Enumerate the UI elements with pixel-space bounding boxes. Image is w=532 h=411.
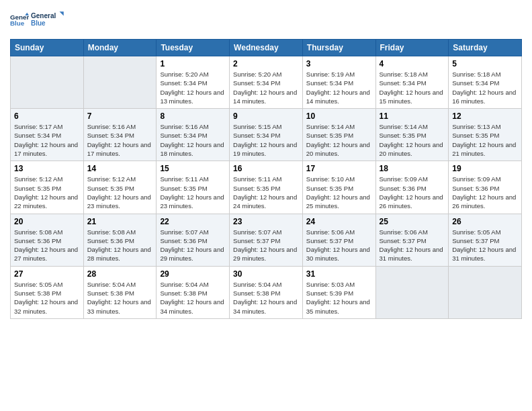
svg-text:Blue: Blue bbox=[31, 19, 46, 27]
day-info: Sunrise: 5:12 AM Sunset: 5:35 PM Dayligh… bbox=[87, 175, 153, 210]
calendar-cell: 26Sunrise: 5:05 AM Sunset: 5:37 PM Dayli… bbox=[449, 214, 522, 266]
day-info: Sunrise: 5:06 AM Sunset: 5:37 PM Dayligh… bbox=[306, 228, 372, 263]
calendar-cell: 16Sunrise: 5:11 AM Sunset: 5:35 PM Dayli… bbox=[230, 161, 303, 214]
day-number: 22 bbox=[160, 217, 226, 226]
calendar-cell: 18Sunrise: 5:09 AM Sunset: 5:36 PM Dayli… bbox=[375, 161, 449, 214]
day-number: 20 bbox=[14, 217, 80, 226]
day-info: Sunrise: 5:17 AM Sunset: 5:34 PM Dayligh… bbox=[14, 122, 80, 158]
calendar-cell: 2Sunrise: 5:20 AM Sunset: 5:34 PM Daylig… bbox=[230, 56, 303, 109]
day-info: Sunrise: 5:20 AM Sunset: 5:34 PM Dayligh… bbox=[233, 70, 299, 105]
day-number: 16 bbox=[233, 164, 299, 173]
day-number: 7 bbox=[87, 111, 153, 121]
day-info: Sunrise: 5:05 AM Sunset: 5:38 PM Dayligh… bbox=[14, 280, 80, 316]
weekday-header-tuesday: Tuesday bbox=[157, 40, 230, 56]
day-number: 6 bbox=[14, 111, 80, 121]
day-info: Sunrise: 5:14 AM Sunset: 5:35 PM Dayligh… bbox=[380, 122, 445, 158]
calendar-cell: 28Sunrise: 5:04 AM Sunset: 5:38 PM Dayli… bbox=[83, 266, 157, 318]
calendar-cell: 6Sunrise: 5:17 AM Sunset: 5:34 PM Daylig… bbox=[11, 109, 84, 161]
day-info: Sunrise: 5:14 AM Sunset: 5:35 PM Dayligh… bbox=[306, 122, 372, 158]
calendar-cell: 1Sunrise: 5:20 AM Sunset: 5:34 PM Daylig… bbox=[157, 56, 230, 109]
day-number: 27 bbox=[14, 269, 80, 279]
day-number: 9 bbox=[233, 111, 299, 121]
day-number: 31 bbox=[306, 269, 372, 279]
day-number: 11 bbox=[380, 111, 445, 121]
day-number: 5 bbox=[452, 59, 518, 68]
day-number: 15 bbox=[160, 164, 226, 173]
day-info: Sunrise: 5:16 AM Sunset: 5:34 PM Dayligh… bbox=[160, 122, 226, 158]
day-info: Sunrise: 5:16 AM Sunset: 5:34 PM Dayligh… bbox=[87, 122, 153, 158]
calendar-cell: 22Sunrise: 5:07 AM Sunset: 5:36 PM Dayli… bbox=[157, 214, 230, 266]
day-info: Sunrise: 5:06 AM Sunset: 5:37 PM Dayligh… bbox=[380, 228, 445, 263]
weekday-header-monday: Monday bbox=[83, 40, 157, 56]
calendar-header: General Blue General Blue bbox=[10, 7, 522, 34]
day-info: Sunrise: 5:08 AM Sunset: 5:36 PM Dayligh… bbox=[14, 228, 80, 263]
calendar-cell: 3Sunrise: 5:19 AM Sunset: 5:34 PM Daylig… bbox=[302, 56, 375, 109]
day-number: 19 bbox=[452, 164, 518, 173]
calendar-cell: 27Sunrise: 5:05 AM Sunset: 5:38 PM Dayli… bbox=[11, 266, 84, 318]
calendar-cell: 25Sunrise: 5:06 AM Sunset: 5:37 PM Dayli… bbox=[375, 214, 449, 266]
svg-text:Blue: Blue bbox=[10, 19, 25, 27]
calendar-cell: 15Sunrise: 5:11 AM Sunset: 5:35 PM Dayli… bbox=[157, 161, 230, 214]
day-number: 28 bbox=[87, 269, 153, 279]
svg-marker-5 bbox=[60, 11, 64, 15]
day-info: Sunrise: 5:09 AM Sunset: 5:36 PM Dayligh… bbox=[452, 175, 518, 210]
calendar-table: SundayMondayTuesdayWednesdayThursdayFrid… bbox=[10, 39, 522, 319]
calendar-container: General Blue General Blue Sunda bbox=[0, 0, 532, 326]
day-number: 13 bbox=[14, 164, 80, 173]
calendar-cell: 7Sunrise: 5:16 AM Sunset: 5:34 PM Daylig… bbox=[83, 109, 157, 161]
day-number: 2 bbox=[233, 59, 299, 68]
day-number: 26 bbox=[452, 217, 518, 226]
week-row-3: 13Sunrise: 5:12 AM Sunset: 5:35 PM Dayli… bbox=[11, 161, 522, 214]
calendar-cell: 11Sunrise: 5:14 AM Sunset: 5:35 PM Dayli… bbox=[375, 109, 449, 161]
day-info: Sunrise: 5:13 AM Sunset: 5:35 PM Dayligh… bbox=[452, 122, 518, 158]
calendar-cell: 5Sunrise: 5:18 AM Sunset: 5:34 PM Daylig… bbox=[449, 56, 522, 109]
day-number: 10 bbox=[306, 111, 372, 121]
day-number: 12 bbox=[452, 111, 518, 121]
day-info: Sunrise: 5:07 AM Sunset: 5:36 PM Dayligh… bbox=[160, 228, 226, 263]
day-info: Sunrise: 5:04 AM Sunset: 5:38 PM Dayligh… bbox=[160, 280, 226, 316]
day-info: Sunrise: 5:07 AM Sunset: 5:37 PM Dayligh… bbox=[233, 228, 299, 263]
calendar-cell bbox=[375, 266, 449, 318]
calendar-cell: 17Sunrise: 5:10 AM Sunset: 5:35 PM Dayli… bbox=[302, 161, 375, 214]
day-info: Sunrise: 5:10 AM Sunset: 5:35 PM Dayligh… bbox=[306, 175, 372, 210]
day-info: Sunrise: 5:09 AM Sunset: 5:36 PM Dayligh… bbox=[380, 175, 445, 210]
calendar-cell: 10Sunrise: 5:14 AM Sunset: 5:35 PM Dayli… bbox=[302, 109, 375, 161]
calendar-cell: 19Sunrise: 5:09 AM Sunset: 5:36 PM Dayli… bbox=[449, 161, 522, 214]
day-info: Sunrise: 5:12 AM Sunset: 5:35 PM Dayligh… bbox=[14, 175, 80, 210]
weekday-header-thursday: Thursday bbox=[302, 40, 375, 56]
weekday-header-saturday: Saturday bbox=[449, 40, 522, 56]
calendar-cell: 14Sunrise: 5:12 AM Sunset: 5:35 PM Dayli… bbox=[83, 161, 157, 214]
calendar-cell: 20Sunrise: 5:08 AM Sunset: 5:36 PM Dayli… bbox=[11, 214, 84, 266]
day-number: 29 bbox=[160, 269, 226, 279]
day-info: Sunrise: 5:20 AM Sunset: 5:34 PM Dayligh… bbox=[160, 70, 226, 105]
day-number: 1 bbox=[160, 59, 226, 68]
calendar-cell: 9Sunrise: 5:15 AM Sunset: 5:34 PM Daylig… bbox=[230, 109, 303, 161]
weekday-header-row: SundayMondayTuesdayWednesdayThursdayFrid… bbox=[11, 40, 522, 56]
day-info: Sunrise: 5:11 AM Sunset: 5:35 PM Dayligh… bbox=[233, 175, 299, 210]
week-row-2: 6Sunrise: 5:17 AM Sunset: 5:34 PM Daylig… bbox=[11, 109, 522, 161]
day-info: Sunrise: 5:05 AM Sunset: 5:37 PM Dayligh… bbox=[452, 228, 518, 263]
calendar-cell bbox=[83, 56, 157, 109]
svg-text:General: General bbox=[31, 12, 56, 19]
calendar-cell bbox=[11, 56, 84, 109]
day-number: 3 bbox=[306, 59, 372, 68]
day-info: Sunrise: 5:19 AM Sunset: 5:34 PM Dayligh… bbox=[306, 70, 372, 105]
day-info: Sunrise: 5:04 AM Sunset: 5:38 PM Dayligh… bbox=[87, 280, 153, 316]
day-number: 25 bbox=[380, 217, 445, 226]
day-number: 4 bbox=[380, 59, 445, 68]
calendar-cell: 23Sunrise: 5:07 AM Sunset: 5:37 PM Dayli… bbox=[230, 214, 303, 266]
day-number: 30 bbox=[233, 269, 299, 279]
day-info: Sunrise: 5:15 AM Sunset: 5:34 PM Dayligh… bbox=[233, 122, 299, 158]
day-info: Sunrise: 5:03 AM Sunset: 5:39 PM Dayligh… bbox=[306, 280, 372, 316]
calendar-cell: 31Sunrise: 5:03 AM Sunset: 5:39 PM Dayli… bbox=[302, 266, 375, 318]
calendar-cell: 8Sunrise: 5:16 AM Sunset: 5:34 PM Daylig… bbox=[157, 109, 230, 161]
week-row-1: 1Sunrise: 5:20 AM Sunset: 5:34 PM Daylig… bbox=[11, 56, 522, 109]
calendar-cell: 12Sunrise: 5:13 AM Sunset: 5:35 PM Dayli… bbox=[449, 109, 522, 161]
day-info: Sunrise: 5:18 AM Sunset: 5:34 PM Dayligh… bbox=[452, 70, 518, 105]
calendar-cell: 30Sunrise: 5:04 AM Sunset: 5:38 PM Dayli… bbox=[230, 266, 303, 318]
day-info: Sunrise: 5:08 AM Sunset: 5:36 PM Dayligh… bbox=[87, 228, 153, 263]
logo: General Blue General Blue bbox=[10, 7, 64, 34]
day-number: 24 bbox=[306, 217, 372, 226]
day-info: Sunrise: 5:18 AM Sunset: 5:34 PM Dayligh… bbox=[380, 70, 445, 105]
day-info: Sunrise: 5:04 AM Sunset: 5:38 PM Dayligh… bbox=[233, 280, 299, 316]
